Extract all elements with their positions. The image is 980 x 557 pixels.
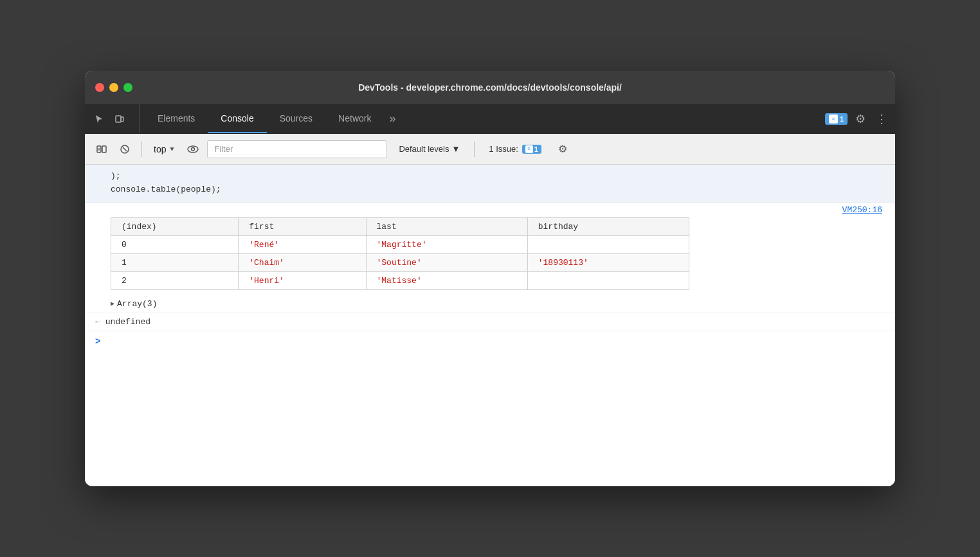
minimize-button[interactable]: [109, 83, 118, 92]
devtools-window: DevTools - developer.chrome.com/docs/dev…: [85, 71, 895, 486]
table-row: 1 'Chaim' 'Soutine' '18930113': [111, 253, 689, 271]
cell-last-2: 'Matisse': [366, 271, 527, 289]
window-controls: [95, 83, 132, 92]
col-header-last: last: [366, 217, 527, 235]
table-header-row: (index) first last birthday: [111, 217, 689, 235]
prompt-chevron-icon: >: [95, 336, 100, 347]
col-header-index: (index): [111, 217, 239, 235]
console-prompt[interactable]: >: [85, 331, 895, 352]
tab-console[interactable]: Console: [208, 104, 266, 133]
svg-point-7: [188, 146, 198, 152]
toolbar-separator-2: [474, 142, 475, 157]
code-block: ); console.table(people);: [85, 165, 895, 203]
more-tabs-button[interactable]: »: [384, 104, 401, 133]
tab-elements[interactable]: Elements: [145, 104, 208, 133]
titlebar: DevTools - developer.chrome.com/docs/dev…: [85, 71, 895, 104]
col-header-birthday: birthday: [527, 217, 689, 235]
context-selector-arrow: ▼: [168, 145, 175, 152]
context-selector[interactable]: top ▼: [150, 143, 179, 156]
cell-last-1: 'Soutine': [366, 253, 527, 271]
tabbar-right: 1 ⚙ ⋮: [825, 104, 890, 133]
svg-rect-0: [116, 116, 121, 122]
devtools-icons: [90, 104, 140, 133]
table-body: 0 'René' 'Magritte' 1 'Chaim' 'Soutine' …: [111, 235, 689, 289]
close-button[interactable]: [95, 83, 104, 92]
svg-point-8: [192, 147, 195, 151]
toolbar-separator-1: [141, 142, 142, 157]
log-levels-arrow: ▼: [451, 144, 460, 154]
maximize-button[interactable]: [123, 83, 132, 92]
console-toolbar: top ▼ Default levels ▼ 1 Issue: ≡ 1 ⚙: [85, 134, 895, 165]
array-toggle[interactable]: ▶ Array(3): [85, 295, 895, 313]
table-row: 0 'René' 'Magritte': [111, 235, 689, 253]
issues-badge-icon: [829, 114, 838, 123]
col-header-first: first: [239, 217, 366, 235]
cell-index-0: 0: [111, 235, 239, 253]
cell-birthday-2: [527, 271, 689, 289]
more-options-icon[interactable]: ⋮: [873, 109, 890, 129]
svg-rect-1: [121, 117, 123, 122]
cell-first-0: 'René': [239, 235, 366, 253]
svg-rect-3: [102, 146, 106, 152]
tab-sources[interactable]: Sources: [267, 104, 325, 133]
array-chevron-icon: ▶: [111, 300, 114, 307]
vm-link[interactable]: VM250:16: [85, 203, 895, 217]
cell-first-1: 'Chaim': [239, 253, 366, 271]
cursor-icon[interactable]: [90, 110, 108, 128]
cell-last-0: 'Magritte': [366, 235, 527, 253]
console-table: (index) first last birthday 0 'René' 'Ma…: [111, 217, 689, 290]
console-content: ); console.table(people); VM250:16 (inde…: [85, 165, 895, 486]
cell-birthday-1: '18930113': [527, 253, 689, 271]
log-levels-button[interactable]: Default levels ▼: [392, 142, 466, 156]
settings-icon[interactable]: ⚙: [853, 109, 868, 129]
svg-line-6: [123, 147, 127, 151]
live-expression-icon[interactable]: [184, 140, 202, 158]
code-line-2: console.table(people);: [111, 183, 885, 197]
undefined-row: ← undefined: [85, 313, 895, 331]
table-row: 2 'Henri' 'Matisse': [111, 271, 689, 289]
tabs-container: Elements Console Sources Network »: [145, 104, 825, 133]
tab-network[interactable]: Network: [325, 104, 384, 133]
console-settings-icon[interactable]: ⚙: [558, 143, 567, 155]
cell-first-2: 'Henri': [239, 271, 366, 289]
issues-badge[interactable]: 1: [825, 113, 848, 125]
sidebar-toggle-icon[interactable]: [93, 140, 111, 158]
clear-console-icon[interactable]: [116, 140, 134, 158]
code-line-1: );: [111, 170, 885, 183]
filter-input[interactable]: [207, 140, 387, 158]
issues-inline-icon: ≡: [525, 145, 533, 153]
cell-birthday-0: [527, 235, 689, 253]
issues-toolbar-button[interactable]: 1 Issue: ≡ 1: [482, 142, 548, 156]
return-arrow-icon: ←: [95, 317, 100, 327]
issues-inline-badge: ≡ 1: [522, 145, 541, 154]
cell-index-2: 2: [111, 271, 239, 289]
device-icon[interactable]: [111, 110, 129, 128]
tab-bar: Elements Console Sources Network » 1 ⚙ ⋮: [85, 104, 895, 134]
cell-index-1: 1: [111, 253, 239, 271]
window-title: DevTools - developer.chrome.com/docs/dev…: [358, 82, 622, 93]
